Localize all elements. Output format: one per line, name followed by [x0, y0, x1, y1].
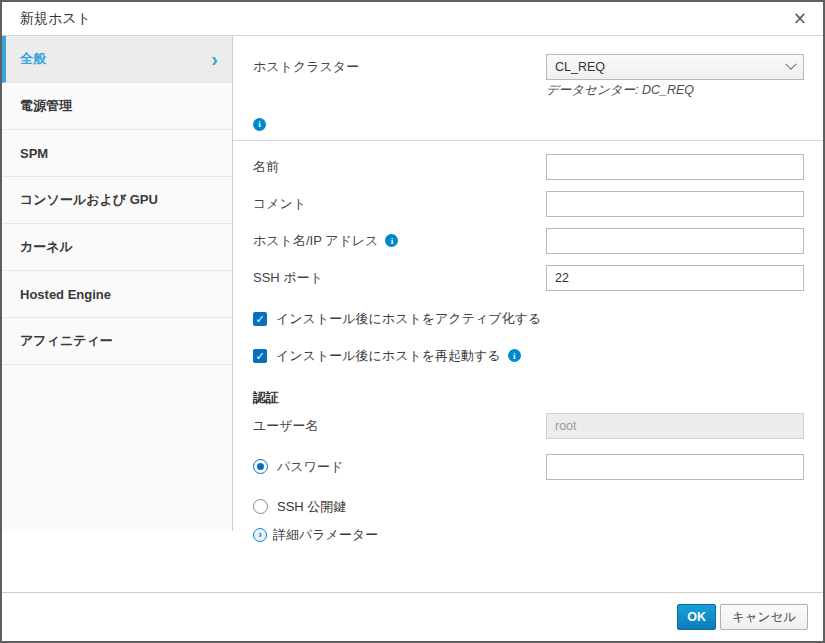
sidebar-item-console-gpu[interactable]: コンソールおよび GPU: [2, 177, 232, 224]
cancel-button[interactable]: キャンセル: [720, 604, 808, 630]
username-input: [546, 413, 804, 439]
reboot-host-label: インストール後にホストを再起動する: [276, 347, 501, 365]
general-tab-content: ホストクラスター CL_REQ データセンター: DC_REQ i 名前: [233, 36, 823, 592]
sidebar-item-general[interactable]: 全般 ›: [2, 36, 232, 83]
sidebar-item-label: カーネル: [20, 238, 73, 256]
sidebar-item-label: SPM: [20, 146, 48, 161]
host-cluster-label: ホストクラスター: [253, 58, 546, 76]
sidebar-item-kernel[interactable]: カーネル: [2, 224, 232, 271]
comment-label: コメント: [253, 195, 546, 213]
chevron-right-icon: ›: [211, 49, 218, 69]
password-label: パスワード: [277, 458, 343, 476]
ssh-port-input[interactable]: [546, 265, 804, 291]
dialog-footer: OK キャンセル: [2, 592, 823, 641]
sidebar-item-label: アフィニティー: [20, 332, 113, 350]
hostname-label: ホスト名/IP アドレス: [253, 232, 378, 250]
sidebar-item-label: Hosted Engine: [20, 287, 111, 302]
sidebar-item-label: 電源管理: [20, 97, 72, 115]
sidebar-item-power-management[interactable]: 電源管理: [2, 83, 232, 130]
username-label: ユーザー名: [253, 417, 546, 435]
activate-host-label: インストール後にホストをアクティブ化する: [276, 310, 541, 328]
name-label: 名前: [253, 158, 546, 176]
host-cluster-selected-value: CL_REQ: [555, 60, 605, 74]
ssh-key-label: SSH 公開鍵: [277, 498, 346, 516]
datacenter-note: データセンター: DC_REQ: [546, 82, 804, 99]
advanced-parameters-label: 詳細パラメーター: [273, 526, 378, 544]
sidebar-item-affinity[interactable]: アフィニティー: [2, 318, 232, 365]
comment-input[interactable]: [546, 191, 804, 217]
ok-button[interactable]: OK: [677, 604, 716, 630]
name-input[interactable]: [546, 154, 804, 180]
dialog-header: 新規ホスト ×: [2, 2, 823, 36]
caret-down-icon: [785, 59, 796, 70]
password-input[interactable]: [546, 454, 804, 480]
dialog-body: 全般 › 電源管理 SPM コンソールおよび GPU カーネル Hosted E…: [2, 36, 823, 592]
new-host-dialog: 新規ホスト × 全般 › 電源管理 SPM コンソールおよび GPU: [0, 0, 825, 643]
dialog-title: 新規ホスト: [20, 10, 91, 28]
close-icon[interactable]: ×: [793, 10, 807, 27]
ssh-port-label: SSH ポート: [253, 269, 546, 287]
reboot-host-checkbox[interactable]: ✓: [253, 349, 267, 363]
info-icon[interactable]: i: [253, 118, 266, 131]
sidebar-item-label: コンソールおよび GPU: [20, 191, 158, 209]
auth-section-title: 認証: [253, 389, 804, 407]
sidebar-panel: 全般 › 電源管理 SPM コンソールおよび GPU カーネル Hosted E…: [2, 36, 233, 531]
sidebar-item-label: 全般: [20, 50, 46, 68]
expand-circle-icon: ›: [253, 528, 267, 542]
divider: [233, 140, 823, 141]
ssh-key-radio[interactable]: [253, 499, 268, 514]
password-radio[interactable]: [253, 459, 268, 474]
advanced-parameters-toggle[interactable]: › 詳細パラメーター: [253, 526, 804, 544]
hostname-input[interactable]: [546, 228, 804, 254]
host-cluster-select[interactable]: CL_REQ: [546, 54, 804, 80]
sidebar-item-spm[interactable]: SPM: [2, 130, 232, 177]
activate-host-checkbox[interactable]: ✓: [253, 312, 267, 326]
sidebar-item-hosted-engine[interactable]: Hosted Engine: [2, 271, 232, 318]
info-icon[interactable]: i: [508, 349, 521, 362]
sidebar: 全般 › 電源管理 SPM コンソールおよび GPU カーネル Hosted E…: [2, 36, 233, 592]
info-icon[interactable]: i: [385, 234, 398, 247]
